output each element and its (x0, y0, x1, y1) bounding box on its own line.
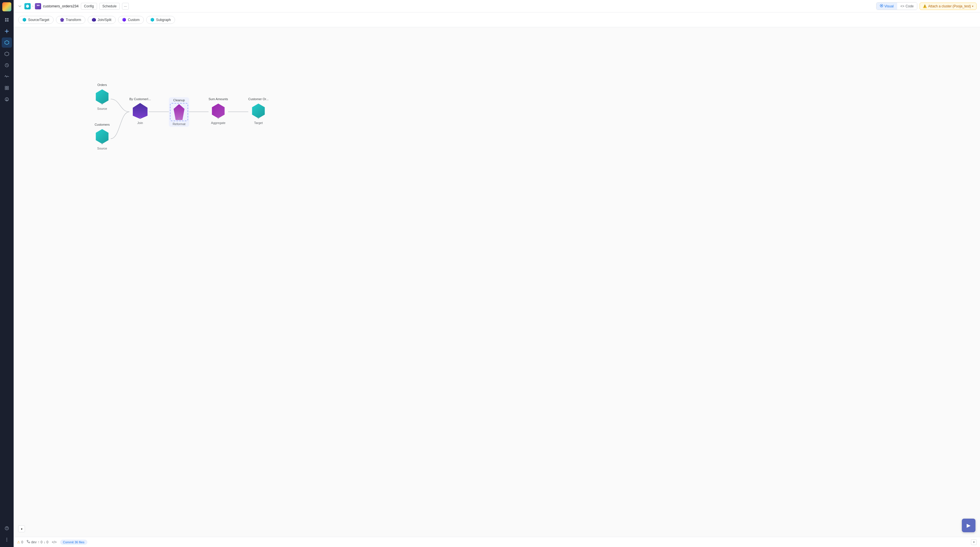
branch-down-count: 0 (46, 540, 49, 544)
sidebar-item-deploy[interactable] (2, 94, 12, 104)
reformat-sublabel: Reformat (172, 122, 185, 126)
reformat-group-label: Cleanup (173, 99, 185, 102)
collapse-panel-button[interactable]: ▾ (18, 525, 25, 532)
svg-rect-3 (7, 20, 8, 22)
code-icon: </> (52, 540, 56, 544)
view-toggle: Visual <> Code (876, 2, 917, 10)
svg-rect-7 (5, 86, 6, 87)
aggregate-shape (211, 103, 226, 118)
visual-view-button[interactable]: Visual (877, 3, 897, 10)
pipeline-name-label: customers_orders234 (43, 4, 79, 8)
pipeline-canvas[interactable]: Orders 0 Source Customers 0 Source By Cu… (14, 27, 980, 537)
attach-cluster-button[interactable]: ⚠️ Attach a cluster (Pooja_test) ▾ (920, 3, 977, 10)
join-box[interactable]: 0 (131, 102, 149, 120)
sidebar-item-activity[interactable] (2, 72, 12, 82)
subgraph-icon (150, 18, 154, 22)
svg-rect-8 (7, 86, 8, 87)
custom-button[interactable]: Custom (118, 16, 144, 24)
svg-marker-5 (5, 52, 9, 56)
target-group-label: Customer Or... (248, 97, 269, 101)
target-count: 0 (258, 117, 259, 119)
join-node[interactable]: By CustomerI... 0 Join (129, 97, 151, 124)
customers-source-node[interactable]: Customers 0 Source (93, 123, 111, 150)
aggregate-box[interactable]: 0 (209, 102, 227, 120)
sidebar-item-help[interactable]: ? (2, 523, 12, 533)
orders-source-count: 0 (101, 102, 103, 105)
panel-dropdown-button[interactable]: ▾ (971, 539, 977, 545)
more-options-button[interactable]: ··· (122, 3, 129, 10)
sidebar-item-more[interactable] (2, 534, 12, 545)
customers-source-sublabel: Source (97, 147, 107, 150)
svg-rect-18 (37, 5, 38, 6)
pipeline-connections (14, 27, 980, 537)
svg-marker-4 (5, 41, 9, 45)
source-target-button[interactable]: Source/Target (18, 16, 54, 24)
join-sublabel: Join (137, 121, 143, 124)
warning-icon: ⚠ (17, 540, 20, 544)
aggregate-count: 0 (218, 117, 219, 119)
subgraph-button[interactable]: Subgraph (146, 16, 175, 24)
expand-icon[interactable] (17, 3, 23, 9)
reformat-box[interactable]: 0 (170, 103, 188, 121)
breadcrumb-separator: › (32, 5, 33, 8)
visual-icon (880, 4, 883, 8)
app-logo[interactable] (2, 2, 11, 11)
branch-down-icon: ↓ (44, 540, 45, 544)
svg-point-16 (6, 541, 7, 542)
breadcrumb: › customers_orders234 (17, 3, 79, 10)
branch-up-count: 0 (41, 540, 43, 544)
main-content: › customers_orders234 Config Schedule ··… (14, 0, 980, 547)
orders-label: Orders (97, 83, 107, 86)
sidebar-item-add[interactable] (2, 26, 12, 36)
sidebar-item-history[interactable] (2, 60, 12, 70)
chevron-down-icon: ▾ (972, 5, 974, 8)
target-shape (251, 103, 266, 118)
aggregate-group-label: Sum Amounts (208, 97, 228, 101)
orders-source-node[interactable]: Orders 0 Source (93, 83, 111, 110)
bottombar: ⚠ 0 dev ↑ 0 ↓ 0 </> Commit 36 files ▾ (14, 537, 980, 547)
sidebar-item-environments[interactable] (2, 83, 12, 93)
join-split-button[interactable]: Join/Split (88, 16, 116, 24)
customers-source-count: 0 (101, 142, 103, 145)
target-box[interactable]: 0 (250, 102, 267, 120)
sidebar-item-explore[interactable] (2, 49, 12, 59)
code-indicator: </> (52, 540, 56, 544)
join-group-label: By CustomerI... (129, 97, 151, 101)
target-node[interactable]: Customer Or... 0 Target (248, 97, 269, 124)
customers-label: Customers (94, 123, 110, 126)
schedule-button[interactable]: Schedule (99, 3, 120, 10)
svg-rect-2 (5, 20, 6, 22)
sidebar: ? (0, 0, 14, 547)
sidebar-item-pipelines[interactable] (2, 37, 12, 48)
svg-rect-0 (5, 18, 6, 19)
code-icon: <> (900, 4, 905, 8)
run-button[interactable] (962, 518, 975, 532)
aggregate-node[interactable]: Sum Amounts 0 Aggregate (208, 97, 228, 124)
customers-source-box[interactable]: 0 (93, 127, 111, 146)
svg-point-25 (27, 540, 28, 541)
source-target-icon (22, 18, 26, 22)
custom-icon (122, 18, 126, 22)
commit-button[interactable]: Commit 36 files (60, 540, 88, 545)
svg-point-21 (881, 5, 882, 6)
sidebar-item-home[interactable] (2, 15, 12, 25)
svg-rect-9 (5, 88, 6, 90)
join-count: 0 (139, 117, 141, 119)
svg-text:?: ? (6, 527, 8, 530)
reformat-node[interactable]: Cleanup 0 Reformat (169, 97, 189, 127)
config-button[interactable]: Config (81, 3, 97, 10)
branch-up-icon: ↑ (38, 540, 40, 544)
code-view-button[interactable]: <> Code (897, 3, 917, 10)
orders-source-sublabel: Source (97, 107, 107, 110)
sidebar-bottom: ? (2, 523, 12, 545)
transform-button[interactable]: Transform (56, 16, 85, 24)
pipeline-type-icon (35, 3, 41, 10)
target-sublabel: Target (254, 121, 263, 124)
orders-source-box[interactable]: 0 (93, 87, 111, 106)
warnings-indicator: ⚠ 0 (17, 540, 23, 544)
svg-point-15 (6, 539, 7, 540)
customers-source-shape (95, 129, 110, 144)
warning-icon: ⚠️ (923, 4, 927, 8)
orders-source-shape (95, 89, 110, 104)
svg-marker-17 (26, 5, 29, 8)
